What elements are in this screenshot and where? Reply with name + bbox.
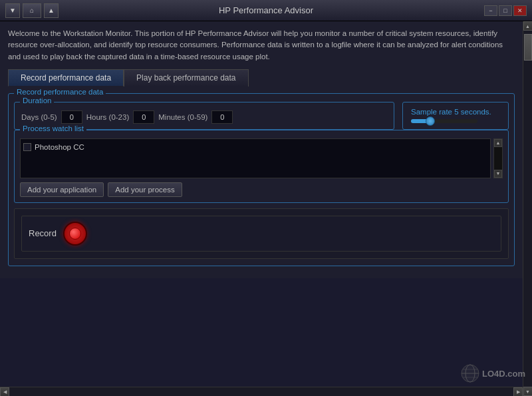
scroll-left-btn[interactable]: ◀	[0, 387, 9, 397]
record-button[interactable]	[63, 222, 87, 246]
close-button[interactable]: ✕	[513, 5, 527, 16]
home-button[interactable]: ⌂	[23, 3, 41, 18]
sample-rate-section: Sample rate 5 seconds.	[402, 102, 509, 130]
process-watch-list-section: Process watch list Photoshop CC ▲ ▼	[14, 130, 509, 203]
add-process-button[interactable]: Add your process	[108, 182, 182, 197]
days-input[interactable]	[61, 110, 82, 124]
scroll-right-btn[interactable]: ▶	[513, 387, 523, 397]
scroll-up-btn[interactable]: ▲	[494, 139, 502, 147]
scroll-area: Welcome to the Workstation Monitor. This…	[0, 21, 523, 396]
process-watch-list-title: Process watch list	[20, 124, 86, 132]
process-listbox[interactable]: Photoshop CC	[20, 138, 491, 178]
record-outer-area: Record	[14, 208, 509, 259]
vertical-scrollbar[interactable]: ▲ ▼	[523, 21, 532, 396]
title-bar-left: ▼ ⌂ ▲	[5, 3, 59, 18]
scroll-track	[494, 147, 502, 170]
globe-icon	[461, 364, 479, 383]
horizontal-scrollbar[interactable]: ◀ ▶	[0, 387, 523, 396]
vertical-scroll-track[interactable]	[523, 31, 532, 387]
record-area: Record	[21, 216, 501, 252]
minimize-button[interactable]: −	[484, 5, 497, 16]
scroll-down-btn[interactable]: ▼	[523, 387, 533, 396]
days-label: Days (0-5)	[21, 113, 57, 121]
process-item-label: Photoshop CC	[35, 143, 84, 151]
process-checkbox[interactable]	[23, 143, 31, 151]
record-performance-section: Record performance data Duration Days (0…	[8, 93, 515, 266]
title-bar: ▼ ⌂ ▲ HP Performance Advisor − □ ✕	[0, 0, 532, 21]
maximize-button[interactable]: □	[499, 5, 512, 16]
record-section-title: Record performance data	[14, 88, 106, 96]
add-application-button[interactable]: Add your application	[20, 182, 104, 197]
sample-rate-slider-thumb[interactable]	[426, 116, 435, 126]
duration-title: Duration	[20, 97, 54, 104]
window-controls: − □ ✕	[484, 5, 527, 16]
hours-input[interactable]	[133, 110, 154, 124]
tab-bar: Record performance data Play back perfor…	[8, 69, 515, 87]
process-list-scrollbar: ▲ ▼	[493, 138, 503, 178]
sample-rate-slider-track[interactable]	[411, 119, 477, 123]
scroll-thumb[interactable]	[524, 34, 532, 61]
tab-record[interactable]: Record performance data	[8, 69, 124, 87]
minutes-label: Minutes (0-59)	[158, 113, 207, 121]
process-buttons: Add your application Add your process	[20, 182, 503, 197]
hours-label: Hours (0-23)	[86, 113, 130, 121]
menu-button[interactable]: ▼	[5, 3, 20, 18]
tab-playback[interactable]: Play back performance data	[124, 69, 248, 87]
duration-inputs-row: Days (0-5) Hours (0-23) Minutes (0-59)	[21, 110, 387, 124]
sample-rate-label: Sample rate 5 seconds.	[411, 108, 491, 116]
record-label: Record	[29, 228, 57, 238]
list-item: Photoshop CC	[23, 142, 487, 152]
scroll-down-btn[interactable]: ▼	[494, 170, 502, 178]
record-button-icon	[69, 228, 81, 240]
window-title: HP Performance Advisor	[219, 5, 313, 15]
watermark-text: LO4D.com	[482, 369, 525, 379]
content-panel: Welcome to the Workstation Monitor. This…	[0, 21, 523, 278]
main-content: Welcome to the Workstation Monitor. This…	[0, 21, 532, 396]
welcome-text: Welcome to the Workstation Monitor. This…	[8, 28, 515, 63]
minutes-input[interactable]	[211, 110, 233, 124]
scroll-up-btn[interactable]: ▲	[523, 21, 533, 31]
sample-rate-slider-container	[411, 119, 477, 123]
duration-sample-row: Duration Days (0-5) Hours (0-23) Minutes…	[14, 102, 509, 130]
watermark: LO4D.com	[461, 364, 525, 383]
process-list-inner: Photoshop CC ▲ ▼	[20, 138, 503, 178]
up-button[interactable]: ▲	[44, 3, 59, 18]
horizontal-scroll-track[interactable]	[9, 387, 513, 397]
